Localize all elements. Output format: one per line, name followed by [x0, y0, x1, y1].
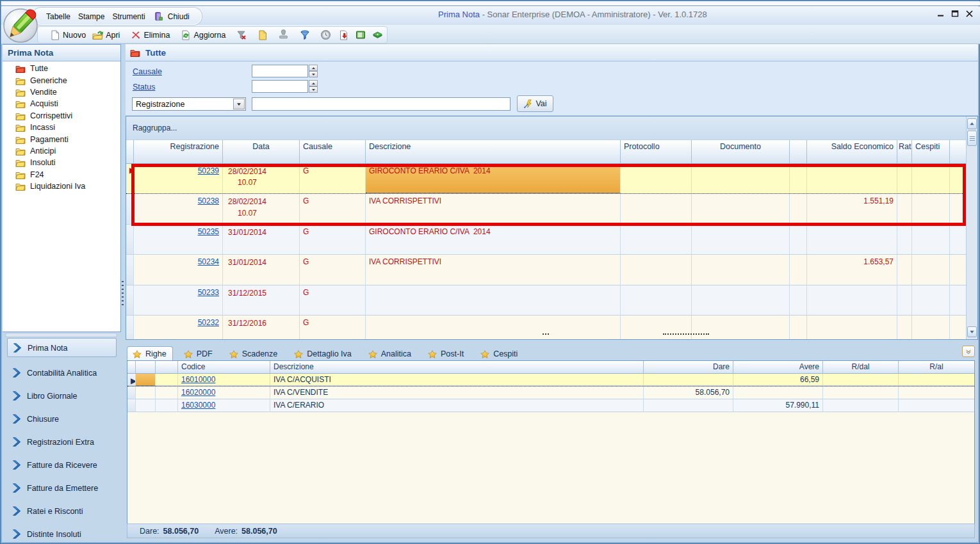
panel-splitter-grip[interactable]: [122, 281, 124, 308]
clock-button[interactable]: [317, 28, 334, 42]
nav-item-distinte-insoluti[interactable]: Distinte Insoluti: [3, 522, 121, 544]
close-button[interactable]: [965, 9, 974, 19]
menu-chiudi[interactable]: Chiudi: [149, 8, 193, 24]
tree-item-f24[interactable]: F24: [3, 169, 120, 180]
minimize-button[interactable]: [936, 9, 946, 19]
tab-cespiti[interactable]: Cespiti: [475, 347, 523, 360]
account-link[interactable]: 16010000: [181, 375, 215, 384]
tree-item-liquidazioni-iva[interactable]: Liquidazioni Iva: [3, 180, 120, 192]
vertical-scrollbar[interactable]: [966, 116, 977, 339]
collapse-panel-button[interactable]: [962, 346, 975, 357]
nuovo-button[interactable]: Nuovo: [46, 28, 89, 42]
tree-item-generiche[interactable]: Generiche: [3, 74, 120, 86]
tree-item-acquisti[interactable]: Acquisti: [3, 98, 120, 109]
current-cell[interactable]: [136, 374, 156, 386]
nav-item-fatture-da-emettere[interactable]: Fatture da Emettere: [3, 476, 121, 499]
col-header-data[interactable]: Data: [223, 140, 300, 163]
tree-item-insoluti[interactable]: Insoluti: [3, 157, 120, 168]
search-input[interactable]: [252, 97, 510, 111]
stamp-button[interactable]: [275, 28, 292, 42]
menu-strumenti[interactable]: Strumenti: [108, 10, 149, 24]
grid-row[interactable]: 50233 31/12/2015 G: [126, 285, 967, 316]
detail-row[interactable]: 16030000 IVA C/ERARIO 57.990,11: [127, 399, 974, 412]
nav-item-libro-giornale[interactable]: Libro Giornale: [3, 384, 121, 407]
elimina-button[interactable]: Elimina: [127, 28, 173, 42]
nav-item-prima-nota[interactable]: Prima Nota: [7, 338, 117, 357]
apri-button[interactable]: Apri: [89, 28, 123, 42]
grid-row[interactable]: 50235 31/01/2014 G GIROCONTO ERARIO C/IV…: [126, 225, 967, 255]
causale-label[interactable]: Causale: [133, 67, 162, 76]
grid-row[interactable]: 50238 28/02/201410.07 G IVA CORRISPETTIV…: [126, 194, 967, 224]
nav-item-fatture-da-ricevere[interactable]: Fatture da Ricevere: [3, 453, 121, 476]
account-link[interactable]: 16030000: [181, 401, 215, 410]
tree-item-anticipi[interactable]: Anticipi: [3, 145, 120, 157]
col-header-descrizione[interactable]: Descrizione: [366, 140, 621, 163]
aggiorna-button[interactable]: Aggiorna: [177, 28, 229, 42]
col-header-rdal[interactable]: R/dal: [823, 361, 899, 373]
search-field-combo[interactable]: Registrazione: [132, 97, 246, 111]
book-button[interactable]: [369, 28, 386, 42]
tree-item-corrispettivi[interactable]: Corrispettivi: [3, 110, 120, 122]
nav-item-registrazioni-extra[interactable]: Registrazioni Extra: [3, 430, 121, 453]
scroll-down-button[interactable]: [967, 326, 977, 337]
groupby-band[interactable]: Raggruppa...: [126, 116, 967, 140]
filter-button[interactable]: [296, 28, 313, 42]
combo-dropdown-button[interactable]: [233, 99, 245, 109]
col-header-protocollo[interactable]: Protocollo: [621, 140, 692, 163]
grid-row[interactable]: 50234 31/01/2014 G IVA CORRISPETTIVI 1.6…: [126, 255, 967, 285]
col-header-causale[interactable]: Causale: [300, 140, 366, 163]
tab-pdf[interactable]: PDF: [179, 347, 218, 360]
col-header-cespiti[interactable]: Cespiti: [912, 140, 950, 163]
tab-dettaglio-iva[interactable]: Dettaglio Iva: [289, 347, 357, 360]
col-header-registrazione[interactable]: Registrazione: [134, 140, 223, 163]
col-header-codice[interactable]: Codice: [178, 361, 270, 373]
nav-item-chiusure[interactable]: Chiusure: [3, 407, 121, 430]
col-header-saldo-economico[interactable]: Saldo Economico: [807, 140, 897, 163]
col-header-avere[interactable]: Avere: [733, 361, 823, 373]
scroll-up-button[interactable]: [967, 118, 977, 129]
tree-item-incassi[interactable]: Incassi: [3, 122, 120, 133]
export-button[interactable]: [334, 28, 352, 42]
registration-link[interactable]: 50232: [198, 318, 219, 327]
nav-item-contabilita-analitica[interactable]: Contabilità Analitica: [3, 361, 121, 384]
grid-row[interactable]: ▶ 50239 28/02/201410.07 G GIROCONTO ERAR…: [126, 164, 967, 194]
tab-righe[interactable]: Righe: [127, 346, 173, 360]
current-row-marker: ▶: [127, 374, 136, 386]
nav-item-ratei-e-risconti[interactable]: Ratei e Risconti: [3, 499, 121, 522]
vai-button[interactable]: Vai: [517, 95, 553, 112]
col-header-descrizione[interactable]: Descrizione: [270, 361, 644, 373]
account-link[interactable]: 16020000: [181, 388, 215, 397]
scrollbar-thumb[interactable]: [967, 131, 977, 146]
causale-input[interactable]: [252, 65, 308, 77]
col-header-rat[interactable]: Rat: [897, 140, 912, 163]
tree-item-tutte[interactable]: Tutte: [3, 63, 120, 74]
tree-item-vendite[interactable]: Vendite: [3, 86, 120, 98]
col-header-documento[interactable]: Documento: [692, 140, 790, 163]
status-input[interactable]: [252, 80, 308, 93]
filter-remove-button[interactable]: [233, 28, 250, 42]
col-header-dare[interactable]: Dare: [644, 361, 733, 373]
status-label[interactable]: Status: [133, 83, 155, 92]
sidebar-splitter[interactable]: [6, 333, 117, 337]
current-cell[interactable]: GIROCONTO ERARIO C/IVA 2014: [366, 164, 621, 193]
col-header-ral[interactable]: R/al: [899, 361, 974, 373]
registration-link[interactable]: 50233: [198, 288, 219, 297]
monitor-button[interactable]: [352, 28, 369, 42]
detail-row[interactable]: 16020000 IVA C/VENDITE 58.056,70: [127, 387, 974, 399]
tree-item-pagamenti[interactable]: Pagamenti: [3, 133, 120, 145]
yellow-page-button[interactable]: [254, 28, 271, 42]
maximize-button[interactable]: [951, 9, 960, 19]
registration-link[interactable]: 50234: [198, 257, 219, 266]
tab-scadenze[interactable]: Scadenze: [224, 347, 284, 360]
registration-link[interactable]: 50238: [198, 196, 219, 205]
causale-spinner[interactable]: [309, 65, 318, 77]
tab-post-it[interactable]: Post-It: [423, 347, 470, 360]
grid-row[interactable]: 50232 31/12/2016 G: [126, 316, 967, 339]
detail-row[interactable]: ▶ 16010000 IVA C/ACQUISTI 66,59: [127, 374, 974, 387]
status-spinner[interactable]: [309, 80, 318, 93]
registration-link[interactable]: 50239: [198, 166, 219, 175]
menu-tabelle[interactable]: Tabelle: [42, 10, 74, 24]
registration-link[interactable]: 50235: [198, 227, 219, 236]
tab-analitica[interactable]: Analitica: [363, 347, 417, 360]
menu-stampe[interactable]: Stampe: [74, 10, 108, 24]
